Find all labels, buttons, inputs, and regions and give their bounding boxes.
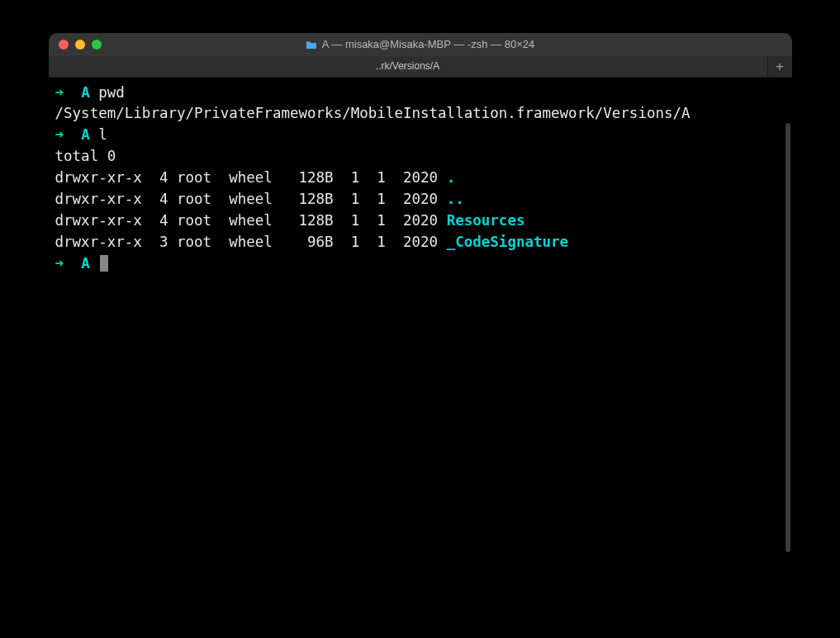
ls-entry-meta: drwxr-xr-x 3 root wheel 96B 1 1 2020 [55,234,447,250]
maximize-button[interactable] [92,40,102,50]
ls-entry-meta: drwxr-xr-x 4 root wheel 128B 1 1 2020 [55,212,447,229]
minimize-button[interactable] [75,40,85,50]
prompt-dir: A [81,126,90,143]
ls-entry-meta: drwxr-xr-x 4 root wheel 128B 1 1 2020 [55,169,447,186]
close-button[interactable] [59,40,69,50]
prompt-arrow: ➜ [55,126,64,143]
terminal-window: A — misaka@Misaka-MBP — -zsh — 80×24 ..r… [49,33,792,606]
folder-icon [306,40,317,49]
add-tab-button[interactable]: + [767,56,792,77]
prompt-arrow: ➜ [55,84,64,101]
terminal-line: ➜ A l [55,125,785,146]
traffic-lights [49,40,102,50]
window-title-text: A — misaka@Misaka-MBP — -zsh — 80×24 [322,38,535,50]
scrollbar[interactable] [785,123,790,552]
tab-active[interactable]: ..rk/Versions/A [49,56,767,77]
output-text: total 0 [55,148,116,164]
ls-entry-name: . [447,169,456,186]
plus-icon: + [776,59,784,74]
terminal-line: total 0 [55,146,785,168]
terminal-line: drwxr-xr-x 4 root wheel 128B 1 1 2020 .. [55,189,785,210]
prompt-command: l [98,126,107,143]
window-title: A — misaka@Misaka-MBP — -zsh — 80×24 [49,38,792,50]
tab-label: ..rk/Versions/A [376,60,439,72]
cursor [100,255,108,272]
prompt-arrow: ➜ [55,255,64,272]
terminal-body[interactable]: ➜ A pwd/System/Library/PrivateFrameworks… [49,78,792,606]
prompt-dir: A [81,255,90,272]
ls-entry-name: _CodeSignature [447,234,569,250]
prompt-command: pwd [98,84,125,101]
terminal-line: drwxr-xr-x 3 root wheel 96B 1 1 2020 _Co… [55,232,785,253]
terminal-line: drwxr-xr-x 4 root wheel 128B 1 1 2020 Re… [55,210,785,232]
tabbar: ..rk/Versions/A + [49,56,792,78]
terminal-line: ➜ A pwd [55,83,785,104]
ls-entry-name: Resources [447,212,525,229]
terminal-line: /System/Library/PrivateFrameworks/Mobile… [55,103,785,125]
terminal-line: ➜ A [55,253,785,275]
titlebar: A — misaka@Misaka-MBP — -zsh — 80×24 [49,33,792,56]
ls-entry-name: .. [447,191,464,207]
output-text: /System/Library/PrivateFrameworks/Mobile… [55,105,691,121]
terminal-line: drwxr-xr-x 4 root wheel 128B 1 1 2020 . [55,168,785,189]
ls-entry-meta: drwxr-xr-x 4 root wheel 128B 1 1 2020 [55,191,447,207]
terminal-content: ➜ A pwd/System/Library/PrivateFrameworks… [55,83,785,275]
prompt-dir: A [81,84,90,101]
